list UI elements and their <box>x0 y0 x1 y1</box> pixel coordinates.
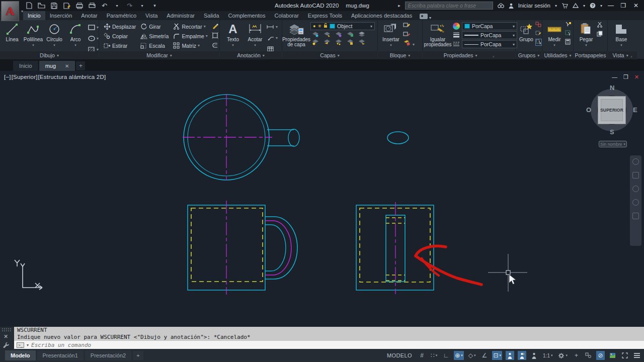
featured-apps-media-icon[interactable]: ▾ <box>420 14 431 20</box>
explode-icon[interactable] <box>212 32 218 40</box>
panel-label-capas[interactable]: Capas▾ <box>282 51 377 59</box>
redo-icon[interactable]: ↷ <box>126 2 133 10</box>
base-dropdown-icon[interactable]: ▾ <box>620 43 622 48</box>
pan-icon[interactable] <box>632 172 639 178</box>
search-binoculars-icon[interactable] <box>498 3 504 8</box>
color-wheel-icon[interactable] <box>453 23 460 30</box>
orbit-icon[interactable] <box>632 199 639 206</box>
customization-menu-icon[interactable] <box>632 351 641 360</box>
viewcube[interactable]: N S E O SUPERIOR <box>587 85 637 135</box>
tab-inicio[interactable]: Inicio <box>23 11 45 20</box>
mug-front-view[interactable] <box>188 201 297 295</box>
restore-button[interactable]: ❒ <box>619 2 627 9</box>
layer-dropdown[interactable]: ● ✳ Object ▾ <box>310 22 375 30</box>
drawing-canvas[interactable]: [−][Superior][Estructura alámbrica 2D] —… <box>0 71 644 349</box>
ungroup-icon[interactable] <box>535 22 542 28</box>
panel-label-portapapeles[interactable]: Portapapeles <box>574 51 607 59</box>
leader-button[interactable]: ▾ <box>267 33 278 43</box>
panel-label-bloque[interactable]: Bloque▾ <box>378 51 422 59</box>
minimize-button[interactable]: — <box>607 2 615 9</box>
tab-administrar[interactable]: Administrar <box>162 11 199 20</box>
print-icon[interactable] <box>88 2 96 10</box>
layer-tool-icon[interactable] <box>312 39 319 46</box>
lineweight-dropdown[interactable]: PorCapa ▾ <box>462 31 517 39</box>
insertar-dropdown-icon[interactable]: ▾ <box>390 43 392 48</box>
copiar-button[interactable]: Copiar <box>103 31 136 41</box>
layer-tool-icon[interactable] <box>324 31 331 38</box>
base-button[interactable]: Base ▾ <box>611 20 632 50</box>
search-expand-icon[interactable]: ▸ <box>398 3 400 8</box>
save-icon[interactable] <box>50 2 58 10</box>
tab-aplicaciones-destacadas[interactable]: Aplicaciones destacadas <box>347 11 417 20</box>
panel-label-dibujo[interactable]: Dibujo▾ <box>0 51 99 59</box>
fullscreen-icon[interactable] <box>620 351 629 360</box>
circulo-dropdown-icon[interactable]: ▾ <box>53 43 55 48</box>
group-edit-icon[interactable] <box>535 30 542 37</box>
autodesk-360-icon[interactable] <box>573 3 579 8</box>
undo-dropdown-icon[interactable]: ▾ <box>113 2 121 10</box>
polar-tracking-toggle[interactable]: ⊕▾ <box>454 351 464 360</box>
viewcube-top-face[interactable]: SUPERIOR <box>598 96 626 124</box>
handle-section-ellipse[interactable] <box>387 132 409 144</box>
panel-label-vista[interactable]: Vista▾⌟ <box>608 51 637 59</box>
layer-tool-icon[interactable] <box>347 39 354 46</box>
layer-tool-icon[interactable] <box>335 31 342 38</box>
mug-top-view[interactable] <box>183 94 299 180</box>
pegar-button[interactable]: Pegar ▾ <box>576 20 597 50</box>
linetype-icon[interactable] <box>453 41 460 48</box>
layer-tool-icon[interactable] <box>358 31 365 38</box>
medir-dropdown-icon[interactable]: ▾ <box>553 43 555 48</box>
viewcube-north[interactable]: N <box>610 84 614 92</box>
escala-button[interactable]: Escala <box>140 41 169 50</box>
lineweight-icon[interactable] <box>453 32 460 39</box>
viewcube-west[interactable]: O <box>586 106 591 114</box>
annotation-visibility-toggle[interactable] <box>506 351 514 360</box>
tab-insercion[interactable]: Inserción <box>45 11 77 20</box>
igualar-propiedades-button[interactable]: Igualar propiedades <box>425 20 451 50</box>
acotar-button[interactable]: Acotar ▾ <box>245 20 266 50</box>
ortho-toggle[interactable]: ∟ <box>442 351 450 360</box>
command-input[interactable] <box>31 342 641 348</box>
recent-commands-dropdown-icon[interactable]: ▾ <box>27 343 29 347</box>
viewcube-east[interactable]: E <box>633 106 637 114</box>
layer-tool-icon[interactable] <box>312 31 319 38</box>
viewcube-south[interactable]: S <box>610 128 614 136</box>
search-input[interactable] <box>405 2 493 10</box>
layout-tab-presentacion2[interactable]: Presentación2 <box>85 350 131 360</box>
dimension-style-button[interactable]: ▾ <box>267 22 278 32</box>
polilinea-dropdown-icon[interactable]: ▾ <box>32 43 34 48</box>
tab-complementos[interactable]: Complementos <box>224 11 270 20</box>
calculator-icon[interactable] <box>565 39 572 46</box>
rectangle-tool-button[interactable]: ▾ <box>88 23 99 32</box>
linetype-dropdown[interactable]: PorCapa ▾ <box>462 40 517 48</box>
file-tab-mug[interactable]: mug✕ <box>39 61 75 71</box>
isometric-drafting-toggle[interactable]: ◇▾ <box>467 351 477 360</box>
full-navigation-wheel-icon[interactable] <box>632 158 639 165</box>
file-tab-inicio[interactable]: Inicio <box>13 61 38 71</box>
texto-dropdown-icon[interactable]: ▾ <box>232 43 234 48</box>
viewcube-ucs-menu[interactable]: Sin nombre▾ <box>599 141 627 147</box>
acotar-dropdown-icon[interactable]: ▾ <box>254 43 256 48</box>
zoom-icon[interactable] <box>632 186 639 192</box>
command-history[interactable]: WSCURRENT Indique nuevo valor para WSCUR… <box>14 327 644 341</box>
arco-dropdown-icon[interactable]: ▾ <box>74 43 76 48</box>
propiedades-dialog-launcher-icon[interactable]: ⌟ <box>493 53 495 58</box>
clean-screen-icon[interactable] <box>608 351 617 360</box>
snap-toggle[interactable]: ∷▾ <box>430 351 438 360</box>
a360-dropdown-icon[interactable]: ▾ <box>583 4 585 8</box>
object-snap-toggle[interactable]: ⊡▾ <box>492 351 502 360</box>
polilinea-button[interactable]: Polilínea ▾ <box>23 20 43 50</box>
file-tab-close-icon[interactable]: ✕ <box>65 63 69 69</box>
panel-label-modificar[interactable]: Modificar▾ <box>99 51 219 59</box>
erase-icon[interactable] <box>212 23 218 30</box>
hardware-acceleration-icon[interactable]: ⊘ <box>596 351 605 360</box>
layer-tool-icon[interactable] <box>358 39 365 46</box>
girar-button[interactable]: Girar <box>140 22 169 31</box>
annotation-monitor-plus-icon[interactable]: + <box>572 351 581 360</box>
select-all-icon[interactable] <box>565 30 572 37</box>
tab-salida[interactable]: Salida <box>199 11 224 20</box>
redo-dropdown-icon[interactable]: ▾ <box>138 2 146 10</box>
ellipse-tool-button[interactable]: ▾ <box>88 34 99 43</box>
navigation-bar[interactable] <box>630 155 641 246</box>
propiedades-de-capa-button[interactable]: Propiedades de capa <box>284 20 308 50</box>
